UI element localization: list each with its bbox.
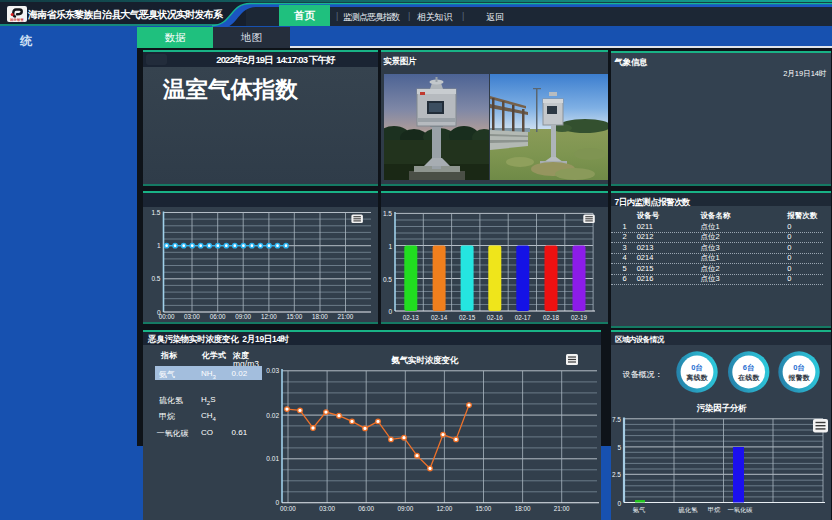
svg-text:21:00: 21:00 xyxy=(554,505,570,512)
svg-text:1.5: 1.5 xyxy=(151,209,160,216)
svg-text:报警数: 报警数 xyxy=(788,374,811,382)
svg-text:一氧化碳: 一氧化碳 xyxy=(727,506,753,514)
svg-text:12:00: 12:00 xyxy=(261,313,277,320)
svg-text:0.5: 0.5 xyxy=(382,275,391,282)
svg-text:18:00: 18:00 xyxy=(312,313,328,320)
svg-text:0.5: 0.5 xyxy=(151,275,160,282)
svg-text:03:00: 03:00 xyxy=(184,313,200,320)
svg-text:硫化氢: 硫化氢 xyxy=(678,506,699,514)
svg-text:0.01: 0.01 xyxy=(266,455,279,462)
svg-text:在线数: 在线数 xyxy=(737,374,760,382)
svg-text:7.5: 7.5 xyxy=(612,416,621,423)
svg-text:03:00: 03:00 xyxy=(319,505,335,512)
svg-text:0.03: 0.03 xyxy=(266,367,279,374)
svg-text:09:00: 09:00 xyxy=(397,505,413,512)
svg-text:06:00: 06:00 xyxy=(358,505,374,512)
svg-text:甲烷: 甲烷 xyxy=(708,506,721,513)
svg-text:0台: 0台 xyxy=(691,363,703,372)
svg-text:12:00: 12:00 xyxy=(437,505,453,512)
svg-text:1.5: 1.5 xyxy=(382,210,391,217)
svg-text:0: 0 xyxy=(388,308,392,315)
svg-text:0: 0 xyxy=(617,500,621,507)
svg-text:6台: 6台 xyxy=(743,363,755,372)
svg-text:氨气: 氨气 xyxy=(633,506,646,513)
svg-text:00:00: 00:00 xyxy=(159,313,175,320)
svg-text:5: 5 xyxy=(617,444,621,451)
svg-text:离线数: 离线数 xyxy=(686,373,709,382)
svg-text:02-13: 02-13 xyxy=(402,314,419,321)
svg-text:15:00: 15:00 xyxy=(286,313,302,320)
svg-text:1: 1 xyxy=(157,242,161,249)
svg-text:0台: 0台 xyxy=(793,363,805,372)
svg-text:21:00: 21:00 xyxy=(338,313,354,320)
svg-text:06:00: 06:00 xyxy=(210,313,226,320)
svg-text:02-18: 02-18 xyxy=(542,314,559,321)
svg-text:0.02: 0.02 xyxy=(266,411,279,418)
svg-text:1: 1 xyxy=(388,242,392,249)
svg-text:0: 0 xyxy=(275,499,279,506)
svg-text:00:00: 00:00 xyxy=(280,505,296,512)
svg-text:02-15: 02-15 xyxy=(459,314,476,321)
svg-text:02-19: 02-19 xyxy=(570,314,587,321)
svg-text:15:00: 15:00 xyxy=(476,505,492,512)
svg-text:02-17: 02-17 xyxy=(514,314,531,321)
svg-text:09:00: 09:00 xyxy=(235,313,251,320)
svg-text:18:00: 18:00 xyxy=(515,505,531,512)
svg-text:02-16: 02-16 xyxy=(486,314,503,321)
svg-text:02-14: 02-14 xyxy=(431,314,448,321)
svg-text:2.5: 2.5 xyxy=(612,471,621,478)
